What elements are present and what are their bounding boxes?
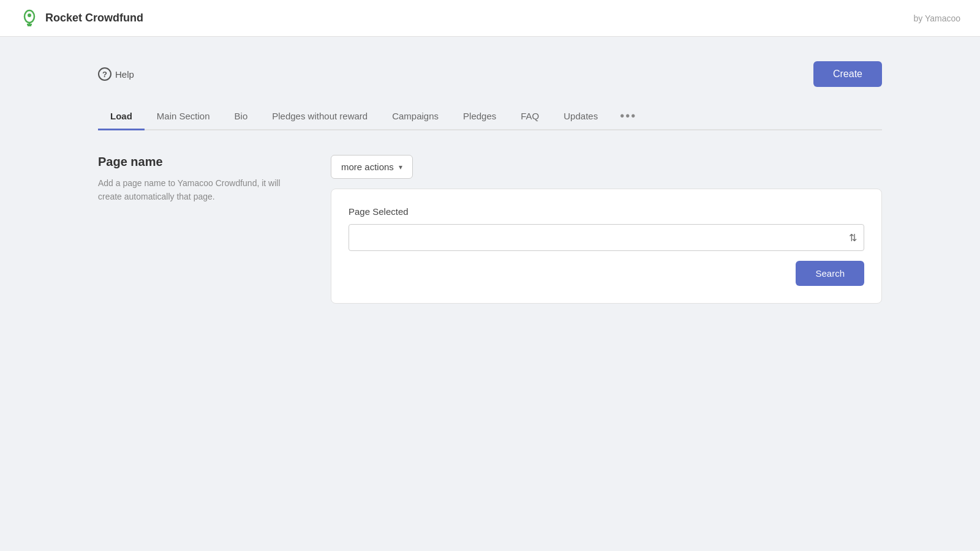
top-bar: Rocket Crowdfund by Yamacoo (0, 0, 980, 37)
tab-bar: Load Main Section Bio Pledges without re… (98, 102, 882, 130)
right-panel: more actions ▾ Page Selected ⇅ Search (331, 155, 882, 304)
main-content: ? Help Create Load Main Section Bio Pled… (0, 37, 980, 328)
more-actions-label: more actions (341, 162, 394, 172)
tab-pledges[interactable]: Pledges (451, 103, 508, 130)
page-name-title: Page name (98, 155, 306, 169)
search-row: Search (349, 261, 864, 286)
app-logo-icon (20, 9, 39, 28)
page-select[interactable] (349, 224, 864, 251)
page-name-description: Add a page name to Yamacoo Crowdfund, it… (98, 176, 306, 204)
page-select-wrapper: ⇅ (349, 224, 864, 251)
page-selected-card: Page Selected ⇅ Search (331, 189, 882, 304)
help-row: ? Help Create (98, 61, 882, 87)
page-selected-label: Page Selected (349, 206, 864, 217)
help-icon: ? (98, 67, 111, 81)
help-link[interactable]: ? Help (98, 67, 134, 81)
tab-updates[interactable]: Updates (551, 103, 610, 130)
tab-campaigns[interactable]: Campaigns (380, 103, 451, 130)
create-button[interactable]: Create (813, 61, 882, 87)
tab-more-button[interactable]: ••• (610, 102, 646, 130)
app-title: Rocket Crowdfund (45, 12, 143, 24)
content-area: Page name Add a page name to Yamacoo Cro… (98, 155, 882, 304)
app-byline: by Yamacoo (913, 13, 960, 23)
left-panel: Page name Add a page name to Yamacoo Cro… (98, 155, 306, 204)
app-brand: Rocket Crowdfund (20, 9, 143, 28)
search-button[interactable]: Search (796, 261, 864, 286)
tab-faq[interactable]: FAQ (508, 103, 551, 130)
tab-pledges-without-reward[interactable]: Pledges without reward (260, 103, 380, 130)
more-actions-button[interactable]: more actions ▾ (331, 155, 413, 179)
tab-load[interactable]: Load (98, 103, 145, 130)
help-label: Help (115, 69, 134, 80)
tab-bio[interactable]: Bio (222, 103, 260, 130)
svg-point-4 (28, 13, 31, 17)
chevron-down-icon: ▾ (399, 163, 402, 171)
tab-main-section[interactable]: Main Section (145, 103, 222, 130)
